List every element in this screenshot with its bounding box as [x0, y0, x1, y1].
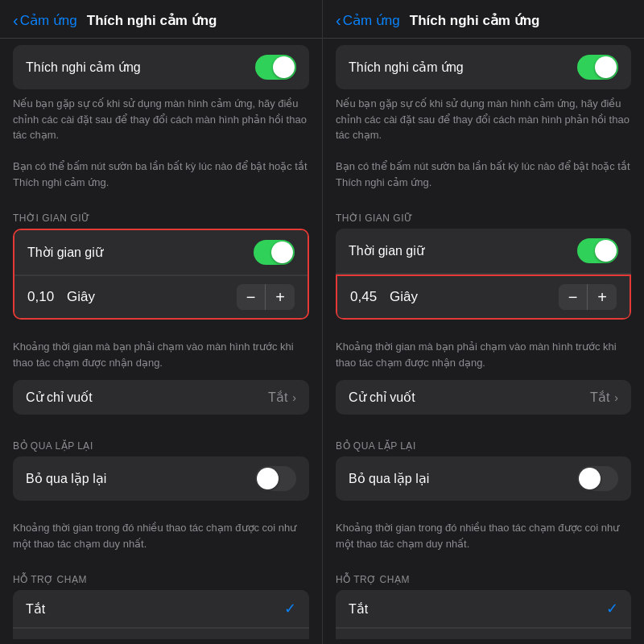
right-stepper-minus-button[interactable]: − [559, 284, 588, 310]
left-tat-row[interactable]: Tắt ✓ [13, 590, 309, 628]
left-back-label: Cảm ứng [20, 12, 77, 29]
left-thoi-gian-label: Thời gian giữ [27, 245, 254, 260]
right-header: ‹ Cảm ứng Thích nghi cảm ứng [323, 0, 644, 39]
right-ho-tro-card: Tắt ✓ Sử dụng vị trí chạm ban đầu [336, 590, 631, 639]
left-cu-chi-value: Tắt [268, 390, 287, 405]
left-thoi-gian-toggle-thumb [271, 242, 293, 263]
left-bo-qua-desc-block: Khoảng thời gian trong đó nhiều thao tác… [0, 514, 322, 561]
right-tat-checkmark-icon: ✓ [606, 600, 618, 617]
right-section-ho-tro: HỖ TRỢ CHẠM [323, 561, 644, 590]
right-thoi-gian-row: Thời gian giữ [336, 229, 631, 274]
right-bo-qua-desc: Khoảng thời gian trong đó nhiều thao tác… [336, 522, 619, 550]
right-bo-qua-row: Bỏ qua lặp lại [336, 456, 631, 501]
right-stepper-unit: Giây [390, 289, 418, 305]
left-panel: ‹ Cảm ứng Thích nghi cảm ứng Thích nghi … [0, 0, 322, 644]
left-bo-qua-row: Bỏ qua lặp lại [13, 456, 309, 501]
right-cu-chi-chevron-icon: › [614, 391, 618, 404]
right-description-text: Nếu bạn gặp sự cố khi sử dụng màn hình c… [336, 97, 630, 188]
left-stepper-value: 0,10 [27, 289, 54, 305]
left-cu-chi-label: Cử chỉ vuốt [26, 390, 268, 405]
right-thoi-gian-card: Thời gian giữ 0,45 Giây − + [336, 229, 631, 320]
right-stepper-desc: Khoảng thời gian mà bạn phải chạm vào mà… [336, 341, 617, 369]
left-cu-chi-chevron-icon: › [292, 391, 296, 404]
left-stepper-row: 0,10 Giây − + [14, 276, 308, 318]
left-su-dung-row[interactable]: Sử dụng vị trí chạm ban đầu [13, 629, 309, 639]
right-thoi-gian-label: Thời gian giữ [349, 243, 577, 258]
left-main-toggle-label: Thích nghi cảm ứng [26, 60, 255, 75]
left-stepper-left: 0,10 Giây [27, 289, 95, 305]
left-header: ‹ Cảm ứng Thích nghi cảm ứng [0, 0, 322, 39]
right-bo-qua-label: Bỏ qua lặp lại [349, 471, 577, 486]
left-section-bo-qua: BỎ QUA LẶP LẠI [0, 427, 322, 456]
right-stepper-plus-button[interactable]: + [588, 284, 617, 310]
right-thoi-gian-toggle[interactable] [577, 238, 618, 263]
right-main-toggle-card: Thích nghi cảm ứng [336, 45, 631, 89]
left-bo-qua-desc: Khoảng thời gian trong đó nhiều thao tác… [13, 522, 296, 550]
right-tat-row[interactable]: Tắt ✓ [336, 590, 631, 628]
left-description-block: Nếu bạn gặp sự cố khi sử dụng màn hình c… [0, 89, 322, 200]
left-su-dung-label: Sử dụng vị trí chạm ban đầu [26, 638, 296, 639]
left-main-toggle-row: Thích nghi cảm ứng [13, 45, 309, 89]
left-back-button[interactable]: ‹ Cảm ứng [13, 11, 77, 30]
right-description-block: Nếu bạn gặp sự cố khi sử dụng màn hình c… [323, 89, 644, 200]
right-bo-qua-toggle-thumb [579, 468, 601, 489]
left-stepper-desc: Khoảng thời gian mà bạn phải chạm vào mà… [13, 341, 294, 369]
left-description-text: Nếu bạn gặp sự cố khi sử dụng màn hình c… [13, 97, 308, 188]
left-cu-chi-row[interactable]: Cử chỉ vuốt Tắt › [13, 380, 309, 415]
left-thoi-gian-card: Thời gian giữ 0,10 Giây − + [13, 229, 309, 320]
right-section-bo-qua: BỎ QUA LẶP LẠI [323, 427, 644, 456]
right-back-label: Cảm ứng [343, 12, 400, 29]
right-tat-label: Tắt [349, 601, 606, 617]
left-thoi-gian-row: Thời gian giữ [14, 230, 308, 275]
left-content: Thích nghi cảm ứng Nếu bạn gặp sự cố khi… [0, 39, 322, 639]
right-stepper-left: 0,45 Giây [350, 289, 418, 305]
left-stepper-desc-block: Khoảng thời gian mà bạn phải chạm vào mà… [0, 332, 322, 380]
left-header-title: Thích nghi cảm ứng [87, 12, 217, 29]
right-cu-chi-value: Tắt [590, 390, 609, 405]
left-thoi-gian-toggle[interactable] [254, 240, 295, 265]
right-su-dung-row[interactable]: Sử dụng vị trí chạm ban đầu [336, 629, 631, 639]
right-back-chevron-icon: ‹ [336, 11, 341, 30]
right-bo-qua-toggle[interactable] [577, 466, 618, 491]
right-section-thoi-gian: THỜI GIAN GIỮ [323, 200, 644, 229]
left-stepper-plus-button[interactable]: + [266, 284, 295, 310]
right-thoi-gian-toggle-thumb [595, 240, 617, 262]
right-cu-chi-card: Cử chỉ vuốt Tắt › [336, 380, 631, 415]
left-back-chevron-icon: ‹ [13, 11, 19, 30]
left-tat-checkmark-icon: ✓ [284, 600, 296, 617]
left-main-toggle-thumb [273, 56, 295, 78]
left-section-thoi-gian: THỜI GIAN GIỮ [0, 200, 322, 229]
right-main-toggle-thumb [595, 56, 617, 78]
right-stepper-value: 0,45 [350, 289, 377, 305]
right-su-dung-label: Sử dụng vị trí chạm ban đầu [349, 638, 618, 639]
right-stepper-controls: − + [559, 284, 617, 310]
left-bo-qua-toggle[interactable] [255, 466, 296, 491]
right-back-button[interactable]: ‹ Cảm ứng [336, 11, 400, 30]
left-stepper-controls: − + [237, 284, 295, 310]
left-bo-qua-toggle-thumb [257, 468, 279, 489]
right-panel: ‹ Cảm ứng Thích nghi cảm ứng Thích nghi … [322, 0, 644, 644]
left-stepper-unit: Giây [67, 289, 95, 305]
right-main-toggle-row: Thích nghi cảm ứng [336, 45, 631, 89]
right-main-toggle[interactable] [577, 55, 618, 80]
right-main-toggle-label: Thích nghi cảm ứng [349, 60, 577, 75]
left-bo-qua-card: Bỏ qua lặp lại [13, 456, 309, 501]
left-bo-qua-label: Bỏ qua lặp lại [26, 471, 255, 486]
left-stepper-minus-button[interactable]: − [237, 284, 266, 310]
left-ho-tro-card: Tắt ✓ Sử dụng vị trí chạm ban đầu [13, 590, 309, 639]
left-cu-chi-card: Cử chỉ vuốt Tắt › [13, 380, 309, 415]
right-cu-chi-label: Cử chỉ vuốt [349, 390, 590, 405]
left-tat-label: Tắt [26, 601, 284, 617]
right-bo-qua-card: Bỏ qua lặp lại [336, 456, 631, 501]
left-main-toggle-card: Thích nghi cảm ứng [13, 45, 309, 89]
right-stepper-row: 0,45 Giây − + [336, 275, 631, 320]
right-header-title: Thích nghi cảm ứng [410, 12, 540, 29]
right-stepper-desc-block: Khoảng thời gian mà bạn phải chạm vào mà… [323, 332, 644, 380]
left-main-toggle[interactable] [255, 55, 296, 80]
right-bo-qua-desc-block: Khoảng thời gian trong đó nhiều thao tác… [323, 514, 644, 561]
right-cu-chi-row[interactable]: Cử chỉ vuốt Tắt › [336, 380, 631, 415]
left-section-ho-tro: HỖ TRỢ CHẠM [0, 561, 322, 590]
right-content: Thích nghi cảm ứng Nếu bạn gặp sự cố khi… [323, 39, 644, 639]
